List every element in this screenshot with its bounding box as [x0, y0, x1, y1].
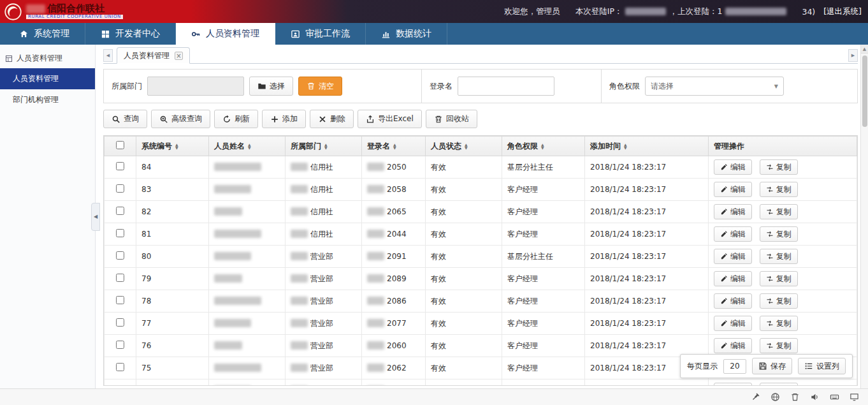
copy-button[interactable]: 复制 [760, 338, 798, 353]
cell-system-id: 76 [136, 335, 209, 357]
row-checkbox[interactable] [116, 318, 124, 327]
recycle-bin-button[interactable]: 回收站 [426, 110, 477, 128]
sidebar-item-personnel-management[interactable]: 人员资料管理 [0, 68, 95, 89]
sort-icon[interactable]: ▲▼ [248, 143, 251, 149]
cell-actions: 编辑 复制 [709, 246, 857, 268]
copy-button[interactable]: 复制 [760, 182, 798, 197]
set-columns-button[interactable]: 设置列 [798, 358, 846, 374]
row-checkbox[interactable] [116, 184, 124, 193]
select-all-checkbox[interactable] [116, 141, 124, 149]
row-checkbox[interactable] [116, 341, 124, 349]
table-row: 81 信用社 2044 有效 客户经理 2018/1/24 18:23:17 编… [105, 223, 857, 246]
nav-tab-system-management[interactable]: 系统管理 [4, 23, 85, 45]
globe-icon[interactable] [770, 392, 780, 402]
nav-tab-developer-center[interactable]: 开发者中心 [85, 23, 176, 45]
login-input[interactable] [458, 77, 554, 96]
system-taskbar [0, 388, 868, 405]
sidebar-item-department-management[interactable]: 部门机构管理 [0, 89, 95, 110]
tab-scroll-right-button[interactable]: ▶ [848, 49, 858, 62]
copy-button[interactable]: 复制 [760, 271, 798, 286]
edit-button[interactable]: 编辑 [714, 338, 752, 353]
edit-icon [720, 253, 728, 260]
column-header[interactable]: 系统编号▲▼ [136, 136, 209, 156]
copy-button[interactable]: 复制 [760, 316, 798, 331]
row-checkbox[interactable] [116, 274, 124, 282]
copy-button[interactable]: 复制 [760, 159, 798, 175]
shuffle-icon [766, 320, 774, 327]
content-tab-personnel[interactable]: 人员资料管理 × [117, 47, 190, 64]
cell-department: 信用社 [286, 223, 362, 246]
edit-button[interactable]: 编辑 [714, 182, 752, 197]
edit-button[interactable]: 编辑 [714, 249, 752, 264]
column-header[interactable]: 角色权限▲▼ [502, 136, 585, 156]
add-button[interactable]: 添加 [262, 110, 306, 128]
column-header[interactable]: 登录名▲▼ [362, 136, 426, 156]
choose-department-button[interactable]: 选择 [249, 77, 293, 96]
copy-button[interactable]: 复制 [760, 249, 798, 264]
cell-department: 营业部 [286, 290, 362, 313]
cell-role: 客户经理 [502, 268, 585, 290]
edit-button[interactable]: 编辑 [714, 226, 752, 242]
copy-button[interactable]: 复制 [760, 204, 798, 219]
edit-button[interactable]: 编辑 [714, 316, 752, 331]
row-checkbox[interactable] [116, 363, 124, 371]
nav-tab-personnel-management[interactable]: 人员资料管理 [176, 23, 275, 45]
sort-icon[interactable]: ▲▼ [465, 143, 468, 149]
pin-icon[interactable] [751, 392, 760, 402]
close-icon[interactable]: × [175, 52, 183, 60]
sidebar-collapse-handle[interactable]: ◀ [91, 203, 100, 231]
role-select[interactable]: 请选择 ▼ [645, 77, 784, 96]
edit-button[interactable]: 编辑 [714, 271, 752, 286]
logo-text: 信阳合作联社 RURAL CREDIT COOPERATIVE UNION [26, 4, 123, 19]
show-desktop-icon[interactable] [850, 392, 859, 402]
per-page-input[interactable] [723, 359, 746, 374]
sort-icon[interactable]: ▲▼ [541, 143, 544, 149]
save-button[interactable]: 保存 [752, 358, 792, 374]
clear-department-button[interactable]: 清空 [298, 77, 342, 96]
cell-status: 有效 [426, 179, 502, 201]
column-header[interactable]: 人员姓名▲▼ [209, 136, 286, 156]
copy-button[interactable]: 复制 [760, 383, 798, 386]
column-header[interactable]: 添加时间▲▼ [585, 136, 709, 156]
column-header[interactable]: 人员状态▲▼ [426, 136, 502, 156]
row-checkbox[interactable] [116, 385, 124, 386]
redacted-prefix [367, 364, 384, 372]
row-checkbox[interactable] [116, 207, 124, 215]
edit-button[interactable]: 编辑 [714, 293, 752, 309]
sidebar-group-header[interactable]: 人员资料管理 [0, 48, 95, 68]
row-checkbox[interactable] [116, 296, 124, 304]
row-checkbox[interactable] [116, 251, 124, 260]
chevron-up-icon: ▲ [863, 47, 866, 52]
sort-icon[interactable]: ▲▼ [324, 143, 328, 149]
edit-button[interactable]: 编辑 [714, 204, 752, 219]
copy-button[interactable]: 复制 [760, 293, 798, 309]
row-checkbox[interactable] [116, 229, 124, 237]
scrollbar-thumb[interactable] [862, 55, 867, 127]
role-select-value: 请选择 [651, 81, 674, 92]
department-input[interactable] [147, 77, 244, 96]
refresh-button[interactable]: 刷新 [214, 110, 258, 128]
tab-scroll-left-button[interactable]: ◀ [103, 49, 113, 62]
edit-button[interactable]: 编辑 [714, 159, 752, 175]
trash-icon[interactable] [790, 392, 800, 402]
row-checkbox[interactable] [116, 162, 124, 170]
sort-icon[interactable]: ▲▼ [624, 143, 627, 149]
action-toolbar: 查询 高级查询 刷新 添加 删除 [103, 110, 858, 129]
sort-icon[interactable]: ▲▼ [175, 143, 178, 149]
row-select-cell [105, 201, 136, 223]
sort-icon[interactable]: ▲▼ [393, 143, 396, 149]
delete-button[interactable]: 删除 [310, 110, 354, 128]
query-button[interactable]: 查询 [103, 110, 147, 128]
export-excel-button[interactable]: 导出Excel [358, 110, 422, 128]
nav-tab-data-statistics[interactable]: 数据统计 [366, 23, 447, 45]
logout-link[interactable]: [退出系统] [823, 6, 862, 17]
speaker-icon[interactable] [810, 392, 820, 402]
edit-button[interactable]: 编辑 [714, 383, 752, 386]
cell-person-name [209, 313, 286, 335]
copy-button[interactable]: 复制 [760, 226, 798, 242]
column-header[interactable]: 所属部门▲▼ [286, 136, 362, 156]
keyboard-icon[interactable] [830, 392, 839, 402]
advanced-query-button[interactable]: 高级查询 [151, 110, 210, 128]
scroll-up-button[interactable]: ▲ [861, 45, 868, 54]
nav-tab-approval-workflow[interactable]: 审批工作流 [275, 23, 366, 45]
